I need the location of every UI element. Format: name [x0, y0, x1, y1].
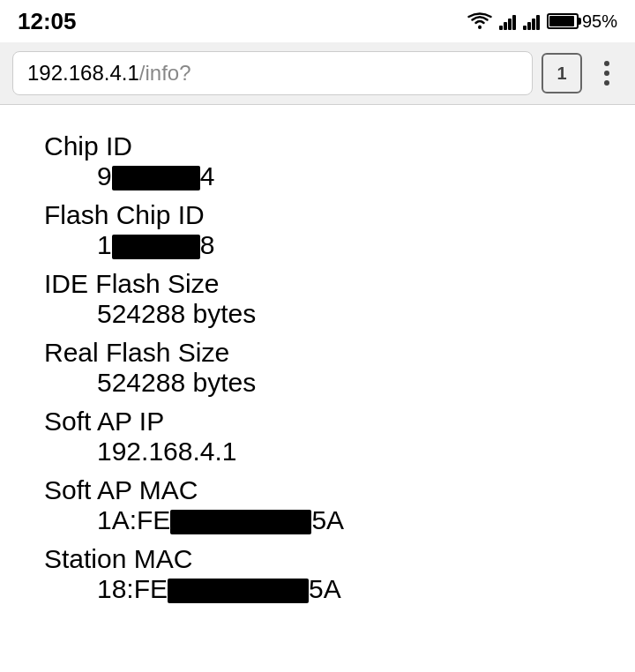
station-mac-row: Station MAC 18:FE 5A — [44, 544, 591, 604]
tab-count-label: 1 — [557, 63, 566, 84]
signal-bars-1 — [499, 12, 516, 30]
menu-dot-2 — [604, 71, 609, 76]
menu-dot-1 — [604, 61, 609, 66]
wifi-icon — [467, 11, 492, 31]
battery-icon — [547, 13, 579, 29]
battery-percentage: 95% — [582, 11, 617, 32]
signal-bars-2 — [523, 12, 540, 30]
flash-chip-id-row: Flash Chip ID 1 8 — [44, 200, 591, 260]
browser-bar: 192.168.4.1/info? 1 — [0, 42, 635, 105]
flash-chip-id-value: 1 8 — [44, 230, 591, 260]
svg-point-0 — [478, 26, 482, 29]
menu-dot-3 — [604, 80, 609, 86]
soft-ap-mac-redacted — [170, 510, 311, 534]
browser-menu-button[interactable] — [591, 53, 623, 93]
station-mac-redacted — [168, 579, 309, 603]
flash-chip-id-prefix: 1 — [97, 230, 112, 259]
ide-flash-size-value: 524288 bytes — [44, 299, 591, 329]
soft-ap-ip-row: Soft AP IP 192.168.4.1 — [44, 407, 591, 467]
station-mac-suffix: 5A — [309, 574, 341, 603]
chip-id-redacted — [112, 166, 200, 190]
soft-ap-ip-label: Soft AP IP — [44, 407, 591, 437]
station-mac-prefix: 18:FE — [97, 574, 168, 603]
url-base: 192.168.4.1 — [27, 61, 139, 86]
soft-ap-mac-label: Soft AP MAC — [44, 475, 591, 505]
soft-ap-mac-prefix: 1A:FE — [97, 505, 170, 534]
url-path: /info? — [139, 61, 191, 86]
soft-ap-mac-suffix: 5A — [311, 505, 344, 534]
soft-ap-ip-value: 192.168.4.1 — [44, 437, 591, 467]
station-mac-label: Station MAC — [44, 544, 591, 574]
chip-id-row: Chip ID 9 4 — [44, 131, 591, 191]
chip-id-label: Chip ID — [44, 131, 591, 161]
real-flash-size-row: Real Flash Size 524288 bytes — [44, 338, 591, 398]
chip-id-value: 9 4 — [44, 161, 591, 191]
url-bar[interactable]: 192.168.4.1/info? — [12, 51, 533, 95]
soft-ap-mac-row: Soft AP MAC 1A:FE 5A — [44, 475, 591, 535]
ide-flash-size-row: IDE Flash Size 524288 bytes — [44, 269, 591, 329]
ide-flash-size-label: IDE Flash Size — [44, 269, 591, 299]
status-icons: 95% — [467, 11, 617, 32]
status-bar: 12:05 95% — [0, 0, 635, 42]
real-flash-size-value: 524288 bytes — [44, 368, 591, 398]
soft-ap-mac-value: 1A:FE 5A — [44, 505, 591, 535]
battery-container: 95% — [547, 11, 617, 32]
chip-id-suffix: 4 — [200, 161, 215, 190]
flash-chip-id-redacted — [112, 235, 200, 259]
status-time: 12:05 — [18, 8, 77, 35]
flash-chip-id-suffix: 8 — [200, 230, 215, 259]
battery-fill — [549, 16, 575, 26]
chip-id-prefix: 9 — [97, 161, 112, 190]
real-flash-size-label: Real Flash Size — [44, 338, 591, 368]
station-mac-value: 18:FE 5A — [44, 574, 591, 604]
content-area: Chip ID 9 4 Flash Chip ID 1 8 IDE Flash … — [0, 105, 635, 639]
flash-chip-id-label: Flash Chip ID — [44, 200, 591, 230]
tab-count-button[interactable]: 1 — [542, 53, 582, 93]
